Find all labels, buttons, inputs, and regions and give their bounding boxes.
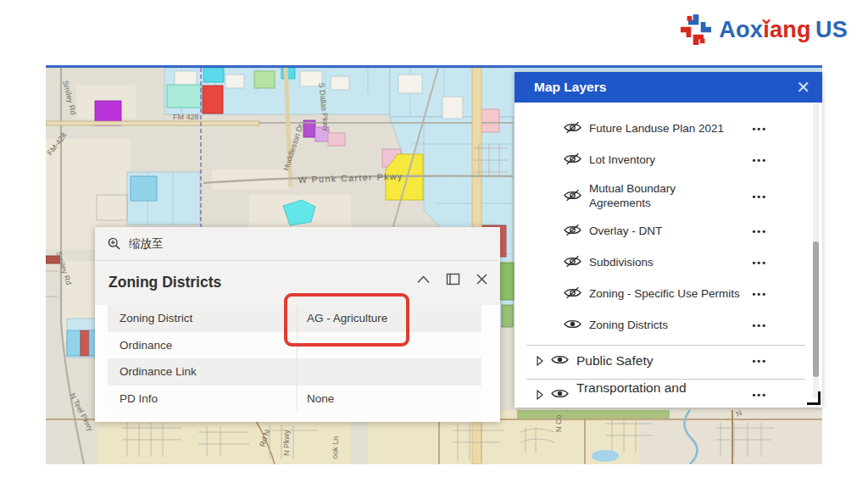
field-value: None <box>297 385 481 413</box>
attribute-table: Zoning District AG - Agriculture Ordinan… <box>108 305 481 412</box>
visibility-eye-icon[interactable] <box>564 286 581 299</box>
group-label: Transportation and <box>576 380 687 396</box>
section-divider <box>526 345 805 346</box>
layer-label: Lot Inventory <box>589 153 655 168</box>
layer-options-button[interactable]: ••• <box>752 191 767 202</box>
field-name: Ordinance <box>108 339 297 352</box>
pinwheel-logo-icon <box>680 14 712 46</box>
field-value <box>297 332 481 359</box>
scrollbar-thumb[interactable] <box>813 241 819 377</box>
expand-caret-icon[interactable] <box>537 390 543 400</box>
panel-resize-handle[interactable] <box>807 391 821 405</box>
layer-row-mutual-boundary[interactable]: Mutual Boundary Agreements ••• <box>515 180 803 213</box>
layer-label: Zoning - Specific Use Permits <box>589 287 740 302</box>
pond <box>592 450 619 462</box>
layer-options-button[interactable]: ••• <box>752 289 767 299</box>
layer-row-zoning-sup[interactable]: Zoning - Specific Use Permits ••• <box>515 283 803 305</box>
layer-options-button[interactable]: ••• <box>752 356 767 366</box>
zoom-to-icon <box>108 237 121 251</box>
zoom-to-button[interactable]: 缩放至 <box>95 227 500 261</box>
layer-options-button[interactable]: ••• <box>752 226 767 236</box>
layer-row-zoning-districts[interactable]: Zoning Districts ••• <box>515 314 803 336</box>
layer-row-subdivisions[interactable]: Subdivisions ••• <box>515 252 803 274</box>
layer-label: Zoning Districts <box>589 319 668 333</box>
panel-header: Map Layers ✕ <box>515 72 822 103</box>
panel-title: Map Layers <box>534 80 606 95</box>
visibility-eye-icon[interactable] <box>564 255 581 268</box>
visibility-eye-icon[interactable] <box>551 387 569 400</box>
brand-name: AoxǐangUS <box>719 17 848 43</box>
table-row: PD Info None <box>108 385 481 413</box>
app-window: AoxǐangUS <box>0 0 868 488</box>
table-row: Ordinance Link <box>108 358 481 385</box>
visibility-eye-icon[interactable] <box>564 224 581 236</box>
layer-options-button[interactable]: ••• <box>752 390 767 400</box>
zoom-to-label: 缩放至 <box>129 236 164 252</box>
road-label: N Pkwy <box>282 430 291 456</box>
layer-options-button[interactable]: ••• <box>752 124 767 134</box>
layer-label: Future Landuse Plan 2021 <box>589 122 724 136</box>
map-layers-panel: Map Layers ✕ Future Landuse Plan 2021 ••… <box>515 72 822 408</box>
road-label: ook Ln <box>331 436 340 459</box>
layer-label: Subdivisions <box>589 256 654 270</box>
field-name: Ordinance Link <box>108 365 297 378</box>
dock-icon[interactable] <box>446 273 460 286</box>
field-value <box>297 358 481 385</box>
layer-options-button[interactable]: ••• <box>752 155 767 165</box>
layer-row-lot-inventory[interactable]: Lot Inventory ••• <box>515 149 803 171</box>
group-row-public-safety[interactable]: Public Safety ••• <box>515 348 803 374</box>
brand-logo: AoxǐangUS <box>680 14 848 46</box>
layer-options-button[interactable]: ••• <box>752 258 767 268</box>
layer-options-button[interactable]: ••• <box>752 320 767 330</box>
expand-caret-icon[interactable] <box>537 356 543 366</box>
panel-scrollbar[interactable] <box>813 103 819 398</box>
road-label: FM 428 <box>173 113 199 121</box>
panel-close-icon[interactable]: ✕ <box>796 79 810 96</box>
collapse-icon[interactable] <box>416 274 431 286</box>
road-label: N Co <box>554 414 563 432</box>
layer-row-future-landuse[interactable]: Future Landuse Plan 2021 ••• <box>515 118 803 140</box>
field-name: PD Info <box>108 392 297 405</box>
group-row-transportation[interactable]: Transportation and ••• <box>515 382 803 408</box>
layer-label: Mutual Boundary Agreements <box>589 182 689 211</box>
feature-popup: 缩放至 Zoning Districts Zoning District <box>95 227 500 422</box>
visibility-eye-icon[interactable] <box>564 121 581 134</box>
section-divider <box>526 379 805 380</box>
visibility-eye-icon[interactable] <box>564 318 581 330</box>
field-name: Zoning District <box>108 312 297 324</box>
table-row: Zoning District AG - Agriculture <box>108 305 481 332</box>
layer-label: Overlay - DNT <box>589 225 662 239</box>
close-icon[interactable] <box>476 273 488 286</box>
visibility-eye-icon[interactable] <box>564 152 581 165</box>
popup-titlebar: Zoning Districts <box>95 261 500 305</box>
visibility-eye-icon[interactable] <box>551 353 569 366</box>
popup-title: Zoning Districts <box>108 274 221 291</box>
visibility-eye-icon[interactable] <box>564 189 581 202</box>
layer-row-overlay-dnt[interactable]: Overlay - DNT ••• <box>515 220 803 242</box>
group-label: Public Safety <box>576 353 653 369</box>
field-value: AG - Agriculture <box>297 305 481 332</box>
table-row: Ordinance <box>108 332 481 359</box>
